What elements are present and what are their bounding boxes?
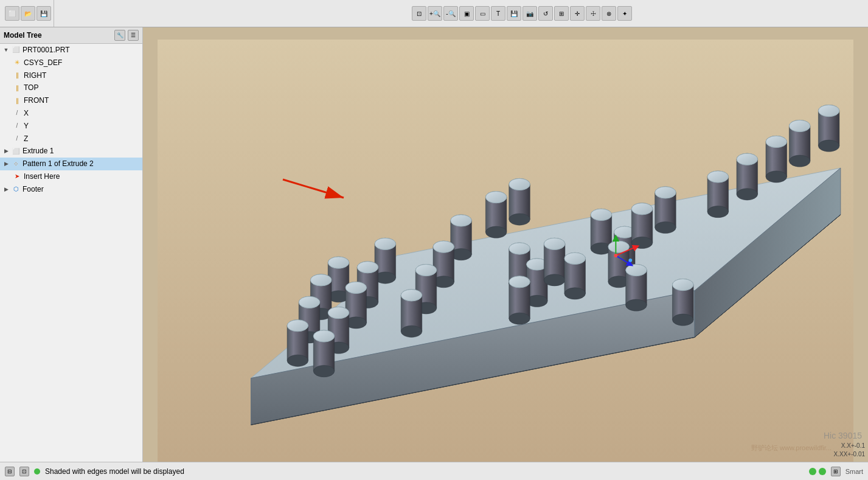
green-dot	[809, 468, 816, 475]
3d-viewport[interactable]: X.X+-0.1 X.XX+-0.01 Hic 39015 野驴论坛 www.p…	[143, 27, 868, 462]
svg-point-39	[313, 366, 335, 377]
select2-icon[interactable]: ☩	[586, 6, 600, 21]
svg-point-83	[655, 221, 676, 233]
zoom-in-icon[interactable]: +🔍	[428, 6, 442, 21]
svg-point-91	[737, 189, 758, 200]
toolbar-group-1: ⬜ 📂 💾	[2, 0, 54, 27]
coordinate-display: X.X+-0.1 X.XX+-0.01	[834, 442, 865, 459]
tree-item-front[interactable]: ∥ FRONT	[0, 94, 142, 107]
expand-extrude1[interactable]: ▶	[2, 148, 10, 155]
svg-point-108	[544, 238, 565, 249]
normal-view-icon[interactable]: ▭	[475, 6, 490, 21]
tree-options-button[interactable]: ☰	[128, 30, 139, 41]
expand-prt[interactable]: ▼	[2, 46, 10, 54]
watermark-hic: Hic 39015	[824, 431, 862, 440]
y-label: Y	[24, 121, 29, 131]
svg-point-36	[328, 307, 349, 319]
svg-point-92	[737, 153, 758, 165]
smart-label: Smart	[845, 468, 863, 475]
tree-settings-button[interactable]: 🔧	[114, 30, 125, 41]
svg-point-137	[628, 259, 632, 262]
svg-point-44	[451, 215, 472, 226]
top-plane-icon: ∥	[12, 83, 22, 93]
z-label: Z	[24, 134, 28, 144]
status-right-area: ⊞ Smart	[809, 467, 863, 476]
refit-icon[interactable]: ▣	[459, 6, 474, 21]
expand-pattern1[interactable]: ▶	[2, 161, 10, 168]
svg-point-131	[672, 314, 693, 325]
tree-item-top[interactable]: ∥ TOP	[0, 82, 142, 94]
footer-icon: ⬡	[11, 184, 21, 194]
svg-point-60	[509, 243, 530, 254]
prt-label: PRT0001.PRT	[23, 45, 70, 55]
status-indicator	[34, 468, 40, 475]
svg-point-80	[631, 203, 653, 215]
new-icon[interactable]: ⬜	[5, 6, 19, 21]
svg-point-32	[345, 282, 367, 293]
green-dot-2	[819, 468, 826, 475]
svg-point-56	[401, 290, 422, 301]
tree-item-x[interactable]: / X	[0, 107, 142, 120]
save-icon[interactable]: 💾	[36, 6, 51, 21]
tree-item-y[interactable]: / Y	[0, 120, 142, 133]
settings-icon-1[interactable]: ⊟	[5, 467, 15, 476]
select4-icon[interactable]: ✦	[617, 6, 632, 21]
tree-item-csys[interactable]: ✳ CSYS_DEF	[0, 57, 142, 69]
svg-point-79	[631, 237, 653, 248]
svg-point-112	[564, 252, 586, 264]
prt-icon: ⬜	[11, 45, 21, 55]
tree-item-right[interactable]: ∥ RIGHT	[0, 69, 142, 82]
svg-point-132	[672, 279, 693, 290]
coord-line2: X.XX+-0.01	[834, 450, 865, 459]
model-tree-header: Model Tree 🔧 ☰	[0, 27, 142, 44]
front-label: FRONT	[24, 96, 49, 106]
svg-point-55	[401, 325, 422, 337]
svg-point-136	[614, 254, 618, 257]
zoom-out-icon[interactable]: -🔍	[443, 6, 458, 21]
insert-label: Insert Here	[24, 172, 60, 182]
svg-point-12	[310, 274, 332, 286]
y-axis-icon: /	[12, 121, 22, 131]
scene-svg	[143, 40, 868, 462]
units-icon[interactable]: ⊞	[831, 467, 841, 476]
svg-point-120	[509, 178, 530, 190]
x-label: X	[24, 108, 29, 119]
camera-icon[interactable]: 📷	[523, 6, 537, 21]
status-bar: ⊟ ⊡ Shaded with edges model will be disp…	[0, 462, 868, 480]
tree-item-prt[interactable]: ▼ ⬜ PRT0001.PRT	[0, 44, 142, 57]
settings-icon-2[interactable]: ⊡	[19, 467, 29, 476]
svg-point-115	[485, 226, 507, 238]
view3-icon[interactable]: ⊞	[554, 6, 569, 21]
tree-item-footer[interactable]: ▶ ⬡ Footer	[0, 183, 142, 196]
top-label: TOP	[24, 83, 38, 93]
select1-icon[interactable]: ✛	[570, 6, 585, 21]
svg-point-8	[328, 257, 349, 268]
csys-label: CSYS_DEF	[24, 58, 62, 68]
save-view-icon[interactable]: 💾	[507, 6, 521, 21]
svg-point-104	[818, 105, 839, 116]
tree-item-pattern1[interactable]: ▶ ⁘ Pattern 1 of Extrude 2	[0, 158, 142, 170]
svg-point-111	[564, 288, 586, 299]
tree-item-insert[interactable]: ➤ Insert Here	[0, 170, 142, 183]
svg-point-99	[789, 155, 810, 167]
spin-icon[interactable]: ↺	[538, 6, 553, 21]
select3-icon[interactable]: ⊗	[602, 6, 616, 21]
extrude1-label: Extrude 1	[23, 146, 54, 156]
svg-point-116	[485, 192, 507, 203]
status-dots	[809, 468, 826, 475]
text-view-icon[interactable]: T	[491, 6, 505, 21]
svg-point-28	[357, 262, 378, 273]
tree-item-z[interactable]: / Z	[0, 133, 142, 145]
open-icon[interactable]: 📂	[21, 6, 35, 21]
svg-point-24	[375, 238, 396, 249]
pattern1-label: Pattern 1 of Extrude 2	[23, 159, 94, 169]
front-plane-icon: ∥	[12, 96, 22, 106]
svg-point-72	[591, 209, 612, 220]
x-axis-icon: /	[12, 108, 22, 118]
tree-item-extrude1[interactable]: ▶ ⬜ Extrude 1	[0, 145, 142, 158]
pattern1-icon: ⁘	[11, 159, 21, 169]
right-plane-icon: ∥	[12, 71, 22, 80]
fit-view-icon[interactable]: ⊡	[412, 6, 426, 21]
view-toolbar-top: ⊡ +🔍 -🔍 ▣ ▭ T 💾 📷 ↺ ⊞ ✛ ☩ ⊗ ✦	[412, 6, 632, 21]
expand-footer[interactable]: ▶	[2, 186, 10, 193]
